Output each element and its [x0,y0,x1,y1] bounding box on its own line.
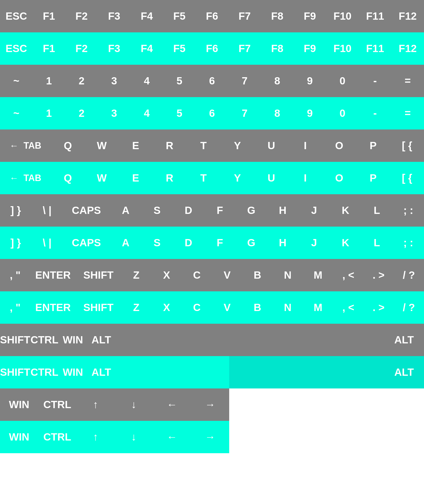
key-5-c[interactable]: 5 [163,97,196,129]
key-equals-g[interactable]: = [391,65,424,97]
key-4-g[interactable]: 4 [131,65,163,97]
key-comma-c[interactable]: , " [0,291,30,324]
key-backslash-g[interactable]: \ | [31,194,63,227]
key-9-g[interactable]: 9 [293,65,326,97]
key-slash-g[interactable]: / ? [394,259,424,291]
key-caps-c[interactable]: CAPS [63,227,110,259]
key-down-g[interactable]: ↓ [115,388,153,421]
key-6-g[interactable]: 6 [196,65,228,97]
key-bracket-g[interactable]: [ { [390,129,424,162]
key-j-g[interactable]: J [298,194,330,227]
key-t-g[interactable]: T [187,129,220,162]
key-down-c[interactable]: ↓ [115,421,153,453]
key-f6[interactable]: F6 [196,0,228,32]
key-f6-c[interactable]: F6 [196,32,228,65]
key-g-g[interactable]: G [236,194,267,227]
key-period-g[interactable]: . > [363,259,394,291]
key-shift-c[interactable]: SHIFT [76,291,121,324]
key-q-c[interactable]: Q [51,162,85,194]
key-9-c[interactable]: 9 [293,97,326,129]
key-p-g[interactable]: P [356,129,390,162]
key-f7[interactable]: F7 [228,0,261,32]
key-win-g[interactable]: WIN [59,324,87,356]
key-d-c[interactable]: D [173,227,204,259]
key-0-g[interactable]: 0 [326,65,359,97]
key-semicolon-g[interactable]: ; : [393,194,424,227]
key-f5[interactable]: F5 [163,0,196,32]
key-7-c[interactable]: 7 [228,97,261,129]
key-v-c[interactable]: V [212,291,242,324]
key-shift-g[interactable]: SHIFT [76,259,121,291]
key-alt-right-g[interactable]: ALT [384,324,424,356]
key-p-c[interactable]: P [356,162,390,194]
key-l-c[interactable]: L [361,227,393,259]
key-shift2-g[interactable]: SHIFT [0,324,30,356]
key-f4-c[interactable]: F4 [131,32,163,65]
key-alt-right-c[interactable]: ALT [384,356,424,388]
key-f2-c[interactable]: F2 [65,32,98,65]
key-rbracket-g[interactable]: ] } [0,194,31,227]
key-enter-g[interactable]: ENTER [30,259,76,291]
key-right-c[interactable]: → [191,421,229,453]
key-period-c[interactable]: . > [363,291,394,324]
key-w-c[interactable]: W [85,162,119,194]
key-3-g[interactable]: 3 [98,65,131,97]
key-f11-c[interactable]: F11 [359,32,391,65]
key-l-g[interactable]: L [361,194,393,227]
key-b-g[interactable]: B [242,259,273,291]
key-r-g[interactable]: R [153,129,187,162]
key-w-g[interactable]: W [85,129,119,162]
key-win2-c[interactable]: WIN [0,421,38,453]
key-5-g[interactable]: 5 [163,65,196,97]
key-e-c[interactable]: E [119,162,153,194]
key-enter-c[interactable]: ENTER [30,291,76,324]
key-rbracket-c[interactable]: ] } [0,227,31,259]
key-ctrl-c[interactable]: CTRL [30,356,59,388]
key-c-g[interactable]: C [182,259,212,291]
key-i-g[interactable]: I [288,129,322,162]
key-tilde-g[interactable]: ~ [0,65,33,97]
key-2-g[interactable]: 2 [65,65,98,97]
key-2-c[interactable]: 2 [65,97,98,129]
key-f12[interactable]: F12 [391,0,424,32]
key-f1[interactable]: F1 [33,0,65,32]
key-o-g[interactable]: O [322,129,356,162]
key-x-g[interactable]: X [151,259,182,291]
key-commalt-c[interactable]: , < [333,291,363,324]
key-a-c[interactable]: A [110,227,141,259]
key-equals-c[interactable]: = [391,97,424,129]
key-ctrl2-c[interactable]: CTRL [38,421,76,453]
key-backslash-c[interactable]: \ | [31,227,63,259]
key-x-c[interactable]: X [151,291,182,324]
key-8-g[interactable]: 8 [261,65,293,97]
key-8-c[interactable]: 8 [261,97,293,129]
key-z-g[interactable]: Z [121,259,151,291]
key-u-g[interactable]: U [254,129,288,162]
key-d-g[interactable]: D [173,194,204,227]
key-ctrl-g[interactable]: CTRL [30,324,59,356]
key-f1-c[interactable]: F1 [33,32,65,65]
key-right-g[interactable]: → [191,388,229,421]
key-g-c[interactable]: G [236,227,267,259]
key-y-c[interactable]: Y [220,162,254,194]
key-k-g[interactable]: K [330,194,361,227]
key-f11[interactable]: F11 [359,0,391,32]
key-c-c[interactable]: C [182,291,212,324]
key-4-c[interactable]: 4 [131,97,163,129]
key-semicolon-c[interactable]: ; : [393,227,424,259]
key-f9[interactable]: F9 [293,0,326,32]
key-alt-c[interactable]: ALT [87,356,116,388]
key-up-g[interactable]: ↑ [76,388,115,421]
key-tilde-c[interactable]: ~ [0,97,33,129]
key-s-c[interactable]: S [141,227,173,259]
key-3-c[interactable]: 3 [98,97,131,129]
key-f8-c[interactable]: F8 [261,32,293,65]
key-e-g[interactable]: E [119,129,153,162]
key-f4[interactable]: F4 [131,0,163,32]
key-u-c[interactable]: U [254,162,288,194]
key-f3-c[interactable]: F3 [98,32,131,65]
key-up-c[interactable]: ↑ [76,421,115,453]
key-q-g[interactable]: Q [51,129,85,162]
key-f5-c[interactable]: F5 [163,32,196,65]
key-r-c[interactable]: R [153,162,187,194]
